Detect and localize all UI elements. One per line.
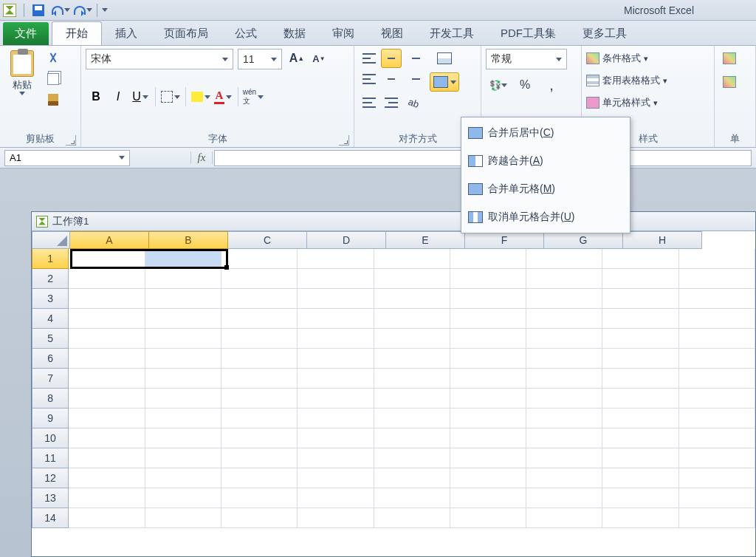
name-box[interactable]: A1 (4, 150, 130, 166)
workbook-titlebar[interactable]: 工作簿1 (32, 212, 755, 231)
italic-button[interactable]: I (108, 87, 128, 106)
cell[interactable] (145, 508, 221, 528)
cell[interactable] (145, 349, 221, 369)
cell[interactable] (374, 249, 450, 269)
select-all-corner[interactable] (32, 231, 70, 249)
cell[interactable] (679, 249, 755, 269)
cell[interactable] (298, 309, 374, 329)
cell[interactable] (450, 389, 526, 409)
row-header-14[interactable]: 14 (32, 508, 69, 528)
cell[interactable] (679, 309, 755, 329)
row-header-11[interactable]: 11 (32, 448, 69, 468)
cell[interactable] (298, 329, 374, 349)
cell[interactable] (450, 249, 526, 269)
cell[interactable] (221, 289, 298, 309)
save-button[interactable] (29, 2, 48, 18)
cell[interactable] (145, 369, 221, 389)
format-as-table-button[interactable]: 套用表格格式 ▾ (586, 71, 709, 90)
cell[interactable] (526, 269, 602, 289)
col-header-G[interactable]: G (544, 231, 623, 249)
cell[interactable] (526, 289, 602, 309)
cell[interactable] (221, 349, 298, 369)
font-size-combo[interactable]: 11 (238, 49, 282, 69)
cell[interactable] (221, 488, 298, 508)
cell[interactable] (602, 329, 678, 349)
row-header-10[interactable]: 10 (32, 428, 69, 448)
align-bottom-button[interactable] (403, 49, 424, 68)
tab-formulas[interactable]: 公式 (221, 22, 270, 45)
merge-center-button[interactable] (430, 72, 459, 92)
cell[interactable] (374, 448, 450, 468)
cell[interactable] (374, 349, 450, 369)
cell[interactable] (526, 468, 602, 488)
cell[interactable] (298, 369, 374, 389)
cell[interactable] (145, 309, 221, 329)
cell[interactable] (602, 468, 678, 488)
cell[interactable] (145, 448, 221, 468)
cell[interactable] (450, 448, 526, 468)
cell[interactable] (602, 369, 678, 389)
cell[interactable] (526, 428, 602, 448)
cell[interactable] (145, 428, 221, 448)
cell[interactable] (526, 448, 602, 468)
cell[interactable] (450, 309, 526, 329)
cell[interactable] (69, 448, 145, 468)
cell[interactable] (450, 269, 526, 289)
border-button[interactable] (160, 87, 181, 106)
cell[interactable] (374, 269, 450, 289)
cell[interactable] (602, 488, 678, 508)
cell[interactable] (679, 488, 755, 508)
cell[interactable] (374, 369, 450, 389)
wrap-text-button[interactable] (430, 49, 459, 68)
cell[interactable] (450, 329, 526, 349)
tab-review[interactable]: 审阅 (319, 22, 368, 45)
cell[interactable] (679, 448, 755, 468)
row-header-8[interactable]: 8 (32, 389, 69, 409)
cell[interactable] (602, 289, 678, 309)
row-header-7[interactable]: 7 (32, 369, 69, 389)
cell[interactable] (679, 289, 755, 309)
cell[interactable] (526, 409, 602, 428)
increase-indent-button[interactable] (381, 93, 402, 112)
decrease-font-button[interactable]: A▼ (309, 49, 329, 68)
cell[interactable] (221, 309, 298, 329)
cell[interactable] (526, 508, 602, 528)
tab-page-layout[interactable]: 页面布局 (151, 22, 221, 45)
cell[interactable] (526, 349, 602, 369)
cell-styles-button[interactable]: 单元格样式 ▾ (586, 93, 709, 112)
cell[interactable] (145, 389, 221, 409)
menu-unmerge[interactable]: 取消单元格合并(U) (463, 203, 628, 231)
cell[interactable] (374, 409, 450, 428)
cell[interactable] (221, 329, 298, 349)
row-header-9[interactable]: 9 (32, 409, 69, 428)
cell[interactable] (69, 309, 145, 329)
cell[interactable] (298, 249, 374, 269)
insert-cells-button[interactable] (719, 49, 740, 68)
cell[interactable] (298, 409, 374, 428)
cut-button[interactable] (43, 49, 63, 68)
cell[interactable] (450, 428, 526, 448)
phonetic-button[interactable]: wén文 (243, 87, 264, 106)
cell[interactable] (69, 249, 145, 269)
font-name-combo[interactable]: 宋体 (86, 49, 233, 69)
cell[interactable] (679, 269, 755, 289)
cell[interactable] (69, 349, 145, 369)
cell[interactable] (374, 289, 450, 309)
cell[interactable] (221, 448, 298, 468)
cell[interactable] (679, 369, 755, 389)
cell[interactable] (69, 409, 145, 428)
font-color-button[interactable]: A (213, 87, 233, 106)
cell[interactable] (145, 409, 221, 428)
clipboard-dialog-launcher[interactable] (66, 135, 76, 146)
cell[interactable] (145, 249, 221, 269)
cell[interactable] (602, 428, 678, 448)
cell[interactable] (526, 309, 602, 329)
tab-pdf-tools[interactable]: PDF工具集 (487, 22, 569, 45)
redo-dropdown-icon[interactable] (86, 8, 92, 12)
cell[interactable] (602, 249, 678, 269)
cell[interactable] (69, 329, 145, 349)
cell[interactable] (298, 448, 374, 468)
tab-data[interactable]: 数据 (270, 22, 319, 45)
cell[interactable] (526, 488, 602, 508)
row-header-1[interactable]: 1 (32, 249, 69, 269)
